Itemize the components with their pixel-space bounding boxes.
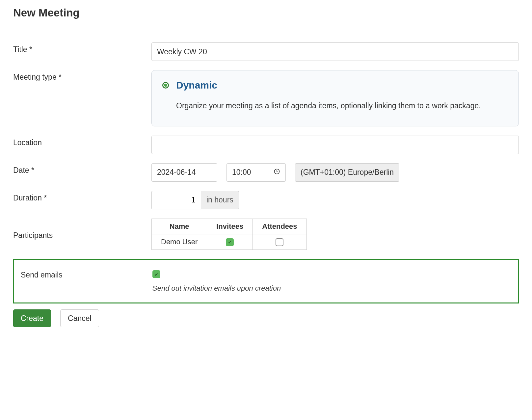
duration-row: Duration * in hours	[13, 191, 519, 209]
time-input[interactable]: 10:00	[226, 163, 286, 182]
invitee-checkbox[interactable]: ✓	[226, 238, 234, 246]
title-input[interactable]	[151, 42, 519, 61]
page-title: New Meeting	[13, 7, 519, 26]
cancel-button[interactable]: Cancel	[60, 309, 99, 327]
radio-selected-icon[interactable]	[162, 82, 169, 89]
attendee-checkbox[interactable]	[276, 238, 283, 246]
meeting-type-label: Meeting type *	[13, 70, 151, 82]
meeting-type-row: Meeting type * Dynamic Organize your mee…	[13, 70, 519, 126]
location-label: Location	[13, 136, 151, 147]
meeting-type-name: Dynamic	[176, 80, 217, 91]
clock-icon	[274, 168, 280, 177]
meeting-type-description: Organize your meeting as a list of agend…	[162, 99, 508, 113]
send-emails-description: Send out invitation emails upon creation	[152, 284, 511, 293]
date-label: Date *	[13, 163, 151, 175]
timezone-display: (GMT+01:00) Europe/Berlin	[295, 163, 399, 182]
send-emails-checkbox[interactable]: ✓	[152, 270, 160, 278]
participants-header-name: Name	[152, 219, 207, 234]
time-value: 10:00	[232, 168, 251, 177]
location-input[interactable]	[151, 136, 519, 154]
participants-label: Participants	[13, 228, 151, 240]
title-row: Title *	[13, 42, 519, 61]
participants-header-invitees: Invitees	[207, 219, 253, 234]
participant-name: Demo User	[152, 234, 207, 249]
location-row: Location	[13, 136, 519, 154]
send-emails-block: Send emails ✓ Send out invitation emails…	[13, 259, 519, 303]
title-label: Title *	[13, 42, 151, 54]
date-value: 2024-06-14	[157, 168, 196, 177]
create-button[interactable]: Create	[13, 309, 51, 327]
meeting-type-card-dynamic[interactable]: Dynamic Organize your meeting as a list …	[151, 70, 519, 126]
participants-header-attendees: Attendees	[253, 219, 306, 234]
participants-row: Participants Name Invitees Attendees Dem…	[13, 219, 519, 250]
participants-table: Name Invitees Attendees Demo User ✓	[151, 219, 307, 250]
table-row: Demo User ✓	[152, 234, 307, 249]
date-row: Date * 2024-06-14 10:00 (GMT+01:00) Euro…	[13, 163, 519, 182]
duration-unit: in hours	[201, 191, 239, 209]
send-emails-label: Send emails	[21, 270, 152, 279]
duration-input[interactable]	[151, 191, 201, 209]
button-row: Create Cancel	[13, 309, 519, 327]
date-input[interactable]: 2024-06-14	[151, 163, 217, 182]
duration-label: Duration *	[13, 191, 151, 202]
